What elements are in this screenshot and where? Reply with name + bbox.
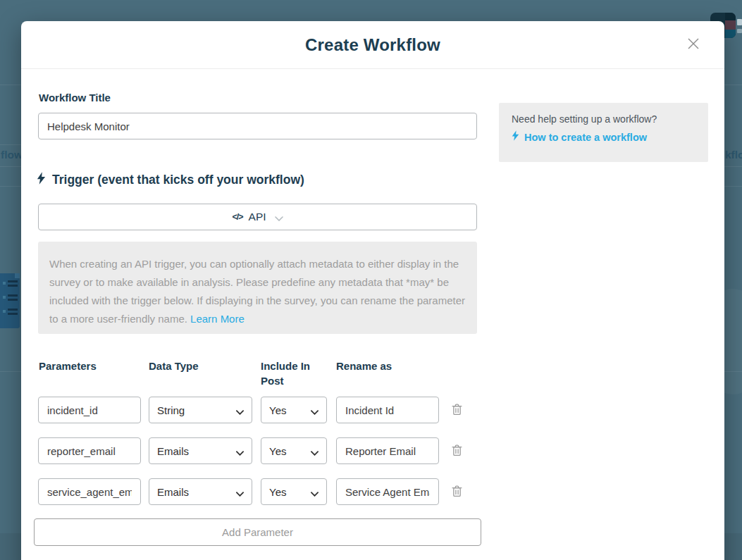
chevron-down-icon — [275, 211, 283, 224]
trigger-heading-text: Trigger (event that kicks off your workf… — [52, 173, 304, 187]
parameter-name-input[interactable] — [38, 437, 141, 464]
create-workflow-modal: Create Workflow Workflow Title Need help… — [21, 21, 724, 560]
chevron-down-icon — [311, 487, 319, 499]
screen: flow kflow Create Workflow Workflow Titl… — [0, 0, 742, 560]
include-in-post-value: Yes — [269, 486, 286, 498]
background-glyph-fragment — [737, 29, 742, 33]
column-header-rename-as: Rename as — [336, 359, 392, 373]
background-document-icon — [0, 273, 20, 328]
background-text-fragment-right: kflow — [725, 149, 742, 161]
trigger-type-dropdown[interactable]: </> API — [38, 204, 477, 230]
data-type-value: String — [157, 404, 185, 416]
trash-icon[interactable] — [451, 485, 462, 498]
trigger-type-value: API — [249, 211, 266, 223]
how-to-create-workflow-link[interactable]: How to create a workflow — [524, 132, 647, 143]
workflow-title-label: Workflow Title — [39, 92, 111, 104]
include-in-post-value: Yes — [269, 445, 286, 457]
data-type-select[interactable]: Emails — [149, 478, 252, 505]
modal-header: Create Workflow — [21, 21, 724, 69]
include-in-post-select[interactable]: Yes — [261, 397, 327, 423]
parameter-name-input[interactable] — [38, 478, 141, 505]
help-question: Need help setting up a workflow? — [512, 113, 695, 125]
column-header-data-type: Data Type — [149, 359, 199, 373]
chevron-down-icon — [236, 487, 244, 499]
trash-icon[interactable] — [451, 404, 462, 416]
chevron-down-icon — [236, 446, 244, 458]
data-type-select[interactable]: Emails — [149, 437, 252, 464]
background-divider — [0, 144, 21, 145]
trigger-section-heading: Trigger (event that kicks off your workf… — [37, 172, 304, 188]
background-text-fragment-left: flow — [1, 149, 23, 161]
include-in-post-select[interactable]: Yes — [261, 478, 327, 505]
chevron-down-icon — [311, 405, 319, 417]
parameter-name-input[interactable] — [38, 397, 141, 423]
modal-title: Create Workflow — [21, 21, 724, 68]
column-header-parameters: Parameters — [39, 359, 97, 373]
column-header-include-in-post: Include In Post — [261, 359, 319, 388]
data-type-select[interactable]: String — [149, 397, 252, 423]
chevron-down-icon — [311, 446, 319, 458]
data-type-value: Emails — [157, 445, 189, 457]
help-box: Need help setting up a workflow? How to … — [499, 103, 708, 162]
data-type-value: Emails — [157, 486, 189, 498]
code-icon: </> — [232, 212, 242, 222]
bolt-icon — [37, 172, 46, 188]
close-icon[interactable] — [686, 37, 700, 51]
api-trigger-info-box: When creating an API trigger, you can op… — [38, 242, 477, 334]
rename-as-input[interactable] — [336, 397, 439, 423]
bolt-icon — [512, 130, 519, 144]
workflow-title-input[interactable] — [38, 113, 477, 139]
learn-more-link[interactable]: Learn More — [190, 313, 245, 325]
include-in-post-value: Yes — [269, 404, 286, 416]
background-glyph-fragment — [737, 19, 742, 25]
rename-as-input[interactable] — [336, 437, 439, 464]
api-trigger-description: When creating an API trigger, you can op… — [49, 258, 465, 325]
include-in-post-select[interactable]: Yes — [261, 437, 327, 464]
chevron-down-icon — [236, 405, 244, 417]
trash-icon[interactable] — [451, 444, 462, 457]
rename-as-input[interactable] — [336, 478, 439, 505]
add-parameter-button[interactable]: Add Parameter — [34, 518, 481, 546]
